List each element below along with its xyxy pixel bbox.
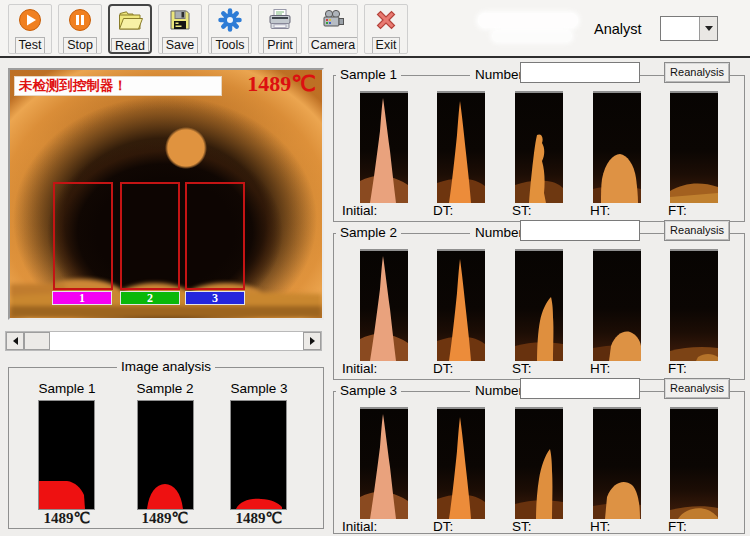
sample-1-number-input[interactable]	[520, 62, 640, 83]
test-button[interactable]: Test	[8, 4, 52, 54]
horizontal-scrollbar[interactable]	[5, 331, 322, 351]
roi-rectangle-1	[53, 182, 113, 290]
ft-stage-label: FT:	[668, 361, 687, 376]
test-button-label: Test	[15, 37, 46, 54]
sample-2-st-thumbnail	[515, 249, 563, 361]
sample-1-reanalysis-button[interactable]: Reanalysis	[664, 62, 730, 83]
sample-1-marker: 1	[52, 291, 112, 305]
scrollbar-thumb[interactable]	[24, 332, 50, 350]
redacted-text	[492, 30, 572, 42]
gear-icon	[217, 7, 243, 37]
analyst-dropdown[interactable]	[660, 16, 718, 41]
st-stage-label: ST:	[512, 519, 532, 534]
sample-1-ht-thumbnail	[593, 91, 641, 203]
sample-1-dt-thumbnail	[437, 91, 485, 203]
camera-button-label: Camera	[308, 37, 358, 54]
sample-3-panel: Sample 3 Number Reanalysis Initial: DT: …	[333, 378, 746, 536]
save-button[interactable]: Save	[158, 4, 202, 54]
analysis-thumbnail-sample-3	[231, 401, 286, 509]
analysis-thumbnail-sample-1	[39, 401, 94, 509]
sample-3-reanalysis-button[interactable]: Reanalysis	[664, 378, 730, 399]
sample-3-panel-title: Sample 3	[336, 383, 401, 398]
open-folder-icon	[117, 8, 143, 38]
sample-3-temperature: 1489℃	[219, 509, 299, 527]
chevron-down-icon	[705, 26, 713, 31]
arrow-left-icon	[13, 337, 18, 345]
sample-3-label: Sample 3	[219, 381, 299, 396]
sample-2-dt-thumbnail	[437, 249, 485, 361]
print-button[interactable]: Print	[258, 4, 302, 54]
redacted-text	[478, 13, 578, 28]
scroll-right-button[interactable]	[303, 332, 321, 350]
controller-warning-message: 未检测到控制器！	[14, 76, 222, 96]
sample-3-st-thumbnail	[515, 407, 563, 519]
sample-3-marker: 3	[185, 291, 245, 305]
tools-button[interactable]: Tools	[208, 4, 252, 54]
sample-2-number-input[interactable]	[520, 220, 640, 241]
exit-cross-icon	[373, 7, 399, 37]
st-stage-label: ST:	[512, 361, 532, 376]
furnace-live-image: 1 2 3 未检测到控制器！ 1489℃	[10, 70, 322, 318]
st-stage-label: ST:	[512, 203, 532, 218]
analyst-dropdown-value	[661, 17, 699, 40]
sample-1-panel-title: Sample 1	[336, 67, 401, 82]
exit-button[interactable]: Exit	[364, 4, 408, 54]
sample-2-initial-thumbnail	[360, 249, 408, 361]
print-button-label: Print	[263, 37, 297, 54]
image-analysis-groupbox: Image analysis Sample 1 Sample 2 Sample …	[8, 367, 324, 529]
camera-view-panel: 1 2 3 未检测到控制器！ 1489℃	[8, 68, 324, 320]
floppy-icon	[167, 7, 193, 37]
analyst-label: Analyst	[594, 21, 642, 37]
sample-1-st-thumbnail	[515, 91, 563, 203]
initial-stage-label: Initial:	[342, 361, 377, 376]
ft-stage-label: FT:	[668, 203, 687, 218]
dropdown-arrow-button[interactable]	[699, 17, 717, 40]
dt-stage-label: DT:	[433, 203, 453, 218]
sample-3-ht-thumbnail	[593, 407, 641, 519]
roi-rectangle-2	[120, 182, 180, 290]
stop-button[interactable]: Stop	[58, 4, 102, 54]
scrollbar-track[interactable]	[50, 332, 303, 350]
camera-button[interactable]: Camera	[308, 4, 358, 54]
sample-1-initial-thumbnail	[360, 91, 408, 203]
arrow-right-icon	[310, 337, 315, 345]
play-icon	[17, 7, 43, 37]
exit-button-label: Exit	[372, 37, 401, 54]
ft-stage-label: FT:	[668, 519, 687, 534]
ht-stage-label: HT:	[590, 361, 610, 376]
printer-icon	[267, 7, 293, 37]
analysis-thumbnail-sample-2	[138, 401, 193, 509]
pause-icon	[67, 7, 93, 37]
save-button-label: Save	[162, 37, 199, 54]
sample-2-label: Sample 2	[125, 381, 205, 396]
dt-stage-label: DT:	[433, 361, 453, 376]
sample-2-reanalysis-button[interactable]: Reanalysis	[664, 220, 730, 241]
video-camera-icon	[320, 7, 346, 37]
sample-2-ht-thumbnail	[593, 249, 641, 361]
read-button-label: Read	[111, 38, 149, 54]
sample-3-number-input[interactable]	[520, 378, 640, 399]
roi-rectangle-3	[185, 182, 245, 290]
ht-stage-label: HT:	[590, 203, 610, 218]
image-analysis-title: Image analysis	[117, 359, 215, 374]
stop-button-label: Stop	[63, 37, 97, 54]
sample-1-panel: Sample 1 Number Reanalysis Initial: DT: …	[333, 62, 746, 222]
dt-stage-label: DT:	[433, 519, 453, 534]
toolbar: Test Stop Read Save	[0, 0, 750, 58]
sample-1-temperature: 1489℃	[27, 509, 107, 527]
toolbar-buttons: Test Stop Read Save	[8, 4, 408, 54]
sample-2-panel-title: Sample 2	[336, 225, 401, 240]
sample-2-temperature: 1489℃	[125, 509, 205, 527]
furnace-temperature: 1489℃	[247, 71, 316, 97]
sample-3-initial-thumbnail	[360, 407, 408, 519]
sample-2-marker: 2	[120, 291, 180, 305]
read-button[interactable]: Read	[108, 4, 152, 54]
tools-button-label: Tools	[211, 37, 248, 54]
scroll-left-button[interactable]	[6, 332, 24, 350]
initial-stage-label: Initial:	[342, 519, 377, 534]
sample-1-label: Sample 1	[27, 381, 107, 396]
sample-1-ft-thumbnail	[670, 91, 718, 203]
sample-3-ft-thumbnail	[670, 407, 718, 519]
sample-2-ft-thumbnail	[670, 249, 718, 361]
sample-2-panel: Sample 2 Number Reanalysis Initial: DT: …	[333, 220, 746, 380]
